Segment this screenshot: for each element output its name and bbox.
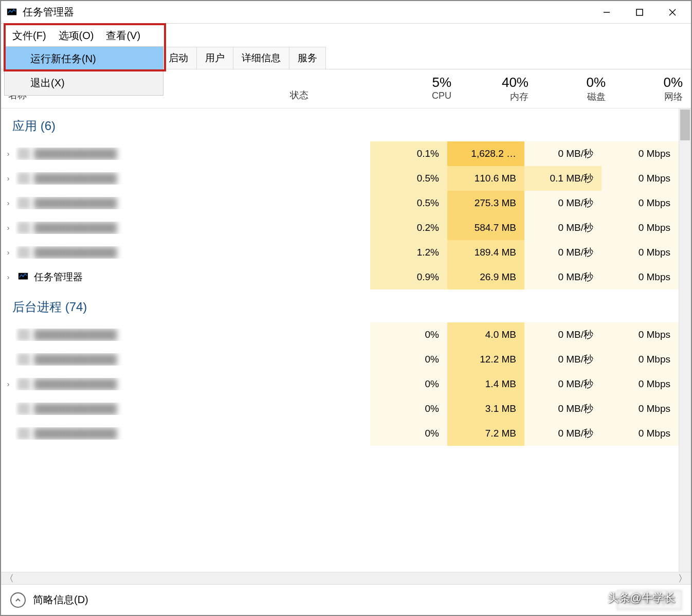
process-row[interactable]: ›████████████0%1.4 MB0 MB/秒0 Mbps — [1, 372, 679, 396]
footer: 简略信息(D) 结束任务(E) 头条@牛学长 — [1, 584, 691, 615]
header-disk-label: 磁盘 — [537, 90, 606, 103]
process-icon — [17, 378, 30, 390]
expand-icon[interactable]: › — [1, 199, 15, 207]
process-area: 应用 (6) ›████████████0.1%1,628.2 …0 MB/秒0… — [1, 108, 691, 572]
process-icon — [17, 172, 30, 185]
app-icon — [6, 7, 17, 18]
titlebar: 任务管理器 — [1, 1, 691, 24]
menu-item-run-new-task[interactable]: 运行新任务(N) — [5, 47, 163, 71]
process-icon — [17, 197, 30, 209]
process-name-label: ████████████ — [34, 428, 117, 439]
cpu-cell: 0% — [370, 421, 447, 446]
scrollbar-thumb[interactable] — [680, 110, 690, 140]
process-row[interactable]: ████████████0%3.1 MB0 MB/秒0 Mbps — [1, 396, 679, 421]
minimize-button[interactable] — [590, 1, 623, 24]
tab-details[interactable]: 详细信息 — [233, 47, 289, 69]
network-cell: 0 Mbps — [602, 166, 679, 191]
maximize-button[interactable] — [623, 1, 656, 24]
vertical-scrollbar[interactable] — [679, 108, 691, 572]
process-row[interactable]: ›████████████0.5%110.6 MB0.1 MB/秒0 Mbps — [1, 166, 679, 191]
network-cell: 0 Mbps — [602, 240, 679, 265]
process-icon — [17, 246, 30, 259]
tab-startup[interactable]: 启动 — [160, 47, 197, 69]
expand-icon[interactable]: › — [1, 150, 15, 158]
menu-file[interactable]: 文件(F) — [6, 27, 52, 45]
process-row[interactable]: ████████████0%4.0 MB0 MB/秒0 Mbps — [1, 322, 679, 347]
disk-cell: 0 MB/秒 — [524, 141, 602, 166]
menu-options[interactable]: 选项(O) — [52, 27, 100, 45]
header-disk[interactable]: 0% 磁盘 — [537, 75, 614, 103]
close-button[interactable] — [656, 1, 689, 24]
disk-cell: 0 MB/秒 — [524, 322, 602, 347]
header-mem-pct: 40% — [460, 75, 529, 90]
process-row[interactable]: ›████████████0.1%1,628.2 …0 MB/秒0 Mbps — [1, 141, 679, 166]
network-cell: 0 Mbps — [602, 265, 679, 289]
disk-cell: 0 MB/秒 — [524, 421, 602, 446]
menu-area: 文件(F) 选项(O) 查看(V) 启动 用户 详细信息 服务 运行新任务(N)… — [1, 24, 691, 69]
expand-icon[interactable]: › — [1, 174, 15, 183]
memory-cell: 1,628.2 … — [447, 141, 524, 166]
disk-cell: 0 MB/秒 — [524, 372, 602, 396]
group-background: 后台进程 (74) — [1, 289, 679, 322]
disk-cell: 0 MB/秒 — [524, 265, 602, 289]
memory-cell: 3.1 MB — [447, 396, 524, 421]
menu-item-exit[interactable]: 退出(X) — [5, 71, 163, 95]
process-icon — [17, 271, 30, 283]
process-row[interactable]: ›任务管理器0.9%26.9 MB0 MB/秒0 Mbps — [1, 265, 679, 289]
process-name: ████████████ — [15, 427, 339, 440]
header-cpu[interactable]: 5% CPU — [383, 75, 460, 103]
header-mem-label: 内存 — [460, 90, 529, 103]
tab-users[interactable]: 用户 — [196, 47, 233, 69]
header-cpu-pct: 5% — [383, 75, 451, 90]
expand-icon[interactable]: › — [1, 248, 15, 257]
fewer-details-icon[interactable] — [10, 592, 26, 608]
tab-services[interactable]: 服务 — [289, 47, 326, 69]
process-row[interactable]: ›████████████0.5%275.3 MB0 MB/秒0 Mbps — [1, 191, 679, 215]
process-row[interactable]: ›████████████1.2%189.4 MB0 MB/秒0 Mbps — [1, 240, 679, 265]
expand-icon[interactable]: › — [1, 224, 15, 232]
scroll-left-icon[interactable]: 〈 — [4, 572, 14, 585]
header-disk-pct: 0% — [537, 75, 606, 90]
fewer-details-label[interactable]: 简略信息(D) — [33, 593, 88, 607]
header-net-label: 网络 — [614, 90, 683, 103]
expand-icon[interactable]: › — [1, 273, 15, 281]
cpu-cell: 0.5% — [370, 166, 447, 191]
memory-cell: 189.4 MB — [447, 240, 524, 265]
process-list[interactable]: 应用 (6) ›████████████0.1%1,628.2 …0 MB/秒0… — [1, 108, 679, 572]
memory-cell: 12.2 MB — [447, 347, 524, 372]
process-row[interactable]: ›████████████0.2%584.7 MB0 MB/秒0 Mbps — [1, 215, 679, 240]
memory-cell: 1.4 MB — [447, 372, 524, 396]
process-name: ████████████ — [15, 246, 339, 259]
memory-cell: 584.7 MB — [447, 215, 524, 240]
process-name-label: ████████████ — [34, 354, 117, 365]
header-network[interactable]: 0% 网络 — [614, 75, 691, 103]
process-icon — [17, 148, 30, 160]
memory-cell: 26.9 MB — [447, 265, 524, 289]
process-name-label: ████████████ — [34, 197, 117, 209]
process-name-label: 任务管理器 — [34, 270, 83, 284]
expand-icon[interactable]: › — [1, 380, 15, 388]
network-cell: 0 Mbps — [602, 141, 679, 166]
end-task-button[interactable]: 结束任务(E) — [617, 590, 682, 610]
memory-cell: 110.6 MB — [447, 166, 524, 191]
menu-view[interactable]: 查看(V) — [100, 27, 147, 45]
process-name-label: ████████████ — [34, 173, 117, 184]
horizontal-scrollbar[interactable]: 〈 〉 — [1, 572, 691, 584]
task-manager-window: 任务管理器 文件(F) 选项(O) 查看(V) 启动 用户 详细信息 服务 — [0, 0, 692, 616]
process-icon — [17, 353, 30, 366]
process-name: ████████████ — [15, 378, 339, 390]
header-status[interactable]: 状态 — [290, 75, 383, 103]
process-icon — [17, 403, 30, 415]
network-cell: 0 Mbps — [602, 372, 679, 396]
process-row[interactable]: ████████████0%12.2 MB0 MB/秒0 Mbps — [1, 347, 679, 372]
network-cell: 0 Mbps — [602, 322, 679, 347]
disk-cell: 0 MB/秒 — [524, 240, 602, 265]
memory-cell: 275.3 MB — [447, 191, 524, 215]
process-name: ████████████ — [15, 403, 339, 415]
scroll-right-icon[interactable]: 〉 — [678, 572, 688, 585]
process-name-label: ████████████ — [34, 329, 117, 340]
process-name: ████████████ — [15, 172, 339, 185]
process-name: ████████████ — [15, 329, 339, 341]
process-row[interactable]: ████████████0%7.2 MB0 MB/秒0 Mbps — [1, 421, 679, 446]
header-memory[interactable]: 40% 内存 — [460, 75, 537, 103]
